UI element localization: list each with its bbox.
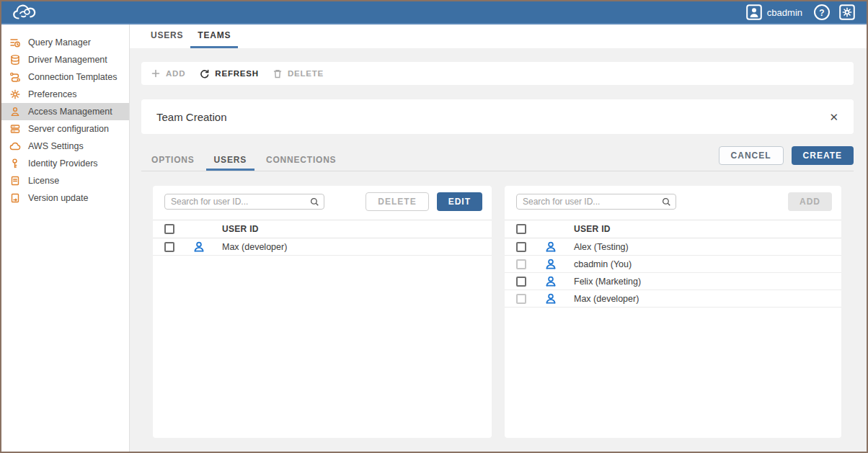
sidebar-item-driver-management[interactable]: Driver Management: [1, 51, 129, 68]
teams-page: ADD REFRESH DELETE Team Creation ✕: [130, 48, 867, 452]
team-members-buttons: DELETE EDIT: [366, 192, 482, 211]
team-creation-subtab-row: OPTIONS USERS CONNECTIONS CANCEL CREATE: [141, 134, 854, 171]
user-icon: [9, 106, 21, 117]
available-users-table: USER ID Alex (Testing): [505, 220, 841, 308]
sidebar-item-label: Identity Providers: [28, 158, 98, 169]
user-id-cell: Alex (Testing): [562, 242, 841, 252]
table-row[interactable]: cbadmin (You): [505, 256, 841, 273]
sidebar-item-label: Version update: [28, 193, 88, 203]
settings-gear-icon[interactable]: [839, 4, 855, 20]
app-window: cbadmin ? Query M: [0, 0, 868, 453]
sidebar-item-server-configuration[interactable]: Server configuration: [1, 120, 129, 138]
top-bar: cbadmin ?: [1, 1, 867, 24]
add-user-button[interactable]: ADD: [788, 192, 832, 211]
team-members-panel: DELETE EDIT USER ID: [153, 186, 492, 438]
refresh-button[interactable]: REFRESH: [200, 69, 259, 79]
subtab-options[interactable]: OPTIONS: [143, 151, 203, 171]
user-menu[interactable]: cbadmin: [746, 4, 802, 20]
app-body: Query Manager Driver Management Connecti…: [1, 24, 867, 452]
row-checkbox[interactable]: [164, 242, 174, 252]
team-creation-subtabs: OPTIONS USERS CONNECTIONS: [143, 151, 344, 171]
sidebar-item-identity-providers[interactable]: Identity Providers: [1, 155, 129, 172]
select-all-checkbox[interactable]: [164, 224, 174, 234]
team-creation-panel-header: Team Creation ✕: [141, 99, 854, 134]
table-row[interactable]: Alex (Testing): [505, 238, 841, 256]
main-content: USERS TEAMS ADD REFRESH DELE: [130, 24, 867, 452]
search-icon: [310, 197, 319, 210]
refresh-label: REFRESH: [215, 69, 259, 78]
subtab-connections[interactable]: CONNECTIONS: [258, 151, 344, 171]
available-users-search: [516, 194, 676, 210]
table-row[interactable]: Max (developer): [505, 290, 841, 308]
add-team-label: ADD: [166, 69, 185, 78]
cancel-button[interactable]: CANCEL: [719, 146, 784, 165]
sidebar-item-label: Driver Management: [28, 55, 107, 65]
search-icon: [662, 197, 671, 210]
user-row-icon: [539, 258, 562, 271]
sidebar-item-connection-templates[interactable]: Connection Templates: [1, 68, 129, 86]
column-header-user-id: USER ID: [211, 224, 492, 234]
sidebar-item-access-management[interactable]: Access Management: [1, 103, 129, 120]
access-management-tabs: USERS TEAMS: [130, 24, 867, 48]
form-actions: CANCEL CREATE: [719, 146, 854, 165]
delete-team-button[interactable]: DELETE: [273, 69, 324, 79]
panel-title: Team Creation: [156, 111, 227, 123]
help-icon[interactable]: ?: [813, 4, 831, 21]
document-icon: [9, 175, 21, 187]
cloud-icon: [9, 140, 21, 152]
user-assignment-panels: DELETE EDIT USER ID: [153, 186, 841, 438]
sidebar-item-label: Preferences: [28, 89, 76, 99]
sidebar-item-label: License: [28, 176, 59, 186]
server-icon: [9, 123, 21, 135]
column-header-user-id: USER ID: [562, 224, 841, 234]
tab-teams[interactable]: TEAMS: [190, 24, 238, 48]
create-button[interactable]: CREATE: [792, 146, 854, 165]
search-input[interactable]: [164, 194, 324, 210]
user-id-cell: Felix (Marketing): [562, 277, 841, 287]
teams-toolbar: ADD REFRESH DELETE: [141, 62, 854, 85]
database-icon: [9, 54, 21, 66]
user-row-icon: [539, 275, 562, 288]
sidebar-item-label: Server configuration: [28, 124, 109, 134]
team-members-toolbar: DELETE EDIT: [153, 186, 492, 211]
sidebar-item-label: AWS Settings: [28, 141, 84, 151]
sidebar-item-label: Connection Templates: [28, 72, 117, 82]
select-all-checkbox[interactable]: [516, 224, 526, 234]
version-update-icon: [9, 192, 21, 204]
sidebar-item-query-manager[interactable]: Query Manager: [1, 34, 129, 51]
team-members-table: USER ID Max (developer): [153, 220, 492, 256]
sidebar-item-license[interactable]: License: [1, 172, 129, 189]
available-users-panel: ADD USER ID: [505, 186, 841, 438]
add-team-button[interactable]: ADD: [151, 69, 185, 78]
refresh-icon: [200, 69, 209, 79]
gear-icon: [9, 89, 21, 100]
sidebar-item-aws-settings[interactable]: AWS Settings: [1, 138, 129, 155]
admin-sidebar: Query Manager Driver Management Connecti…: [1, 24, 130, 452]
user-row-icon: [539, 241, 562, 254]
user-id-cell: Max (developer): [562, 294, 841, 304]
table-header-row: USER ID: [153, 220, 492, 238]
row-checkbox-disabled: [516, 259, 526, 269]
delete-user-button[interactable]: DELETE: [366, 192, 428, 211]
user-row-icon: [539, 292, 562, 305]
row-checkbox-disabled: [516, 294, 526, 304]
trash-icon: [273, 69, 282, 79]
row-checkbox[interactable]: [516, 242, 526, 252]
team-members-search: [164, 194, 324, 210]
edit-button[interactable]: EDIT: [437, 192, 482, 211]
user-id-cell: Max (developer): [211, 242, 492, 252]
user-avatar-icon: [746, 4, 762, 20]
table-row[interactable]: Max (developer): [153, 238, 492, 256]
tab-users[interactable]: USERS: [143, 24, 190, 48]
available-users-buttons: ADD: [788, 192, 832, 211]
delete-team-label: DELETE: [288, 69, 324, 78]
search-input[interactable]: [516, 194, 676, 210]
subtab-users[interactable]: USERS: [206, 151, 254, 171]
cloudbeaver-logo-icon: [12, 3, 37, 22]
sidebar-item-version-update[interactable]: Version update: [1, 189, 129, 207]
close-icon[interactable]: ✕: [829, 112, 838, 122]
plus-icon: [151, 69, 160, 78]
table-row[interactable]: Felix (Marketing): [505, 273, 841, 290]
sidebar-item-preferences[interactable]: Preferences: [1, 86, 129, 103]
row-checkbox[interactable]: [516, 277, 526, 287]
